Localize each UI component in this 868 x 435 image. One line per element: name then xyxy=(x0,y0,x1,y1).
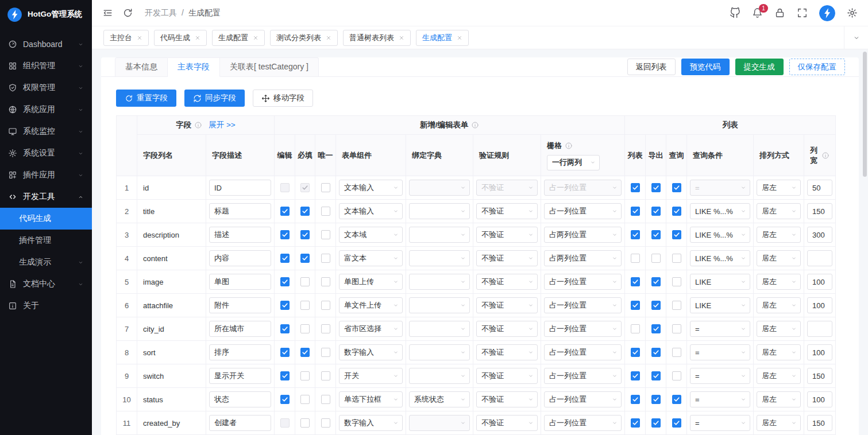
edit-checkbox[interactable] xyxy=(280,301,290,310)
list-checkbox[interactable] xyxy=(631,418,640,428)
component-select[interactable]: 单选下拉框 xyxy=(339,391,403,407)
rule-select[interactable]: 不验证 xyxy=(476,180,538,196)
action-button[interactable]: 预览代码 xyxy=(681,59,730,75)
align-select[interactable]: 居左 xyxy=(757,203,801,219)
toolbar-button[interactable]: 重置字段 xyxy=(116,90,176,107)
sidebar-item[interactable]: 关于 xyxy=(0,295,92,317)
grid-select[interactable]: 占一列位置 xyxy=(544,321,622,337)
dict-select[interactable] xyxy=(409,344,470,360)
list-checkbox[interactable] xyxy=(631,230,640,239)
toolbar-button[interactable]: 移动字段 xyxy=(253,90,313,107)
col-width-input[interactable] xyxy=(807,368,832,384)
edit-checkbox[interactable] xyxy=(280,324,290,333)
list-checkbox[interactable] xyxy=(631,301,640,310)
align-select[interactable]: 居左 xyxy=(757,250,801,266)
rule-select[interactable]: 不验证 xyxy=(476,321,538,337)
component-select[interactable]: 文本输入 xyxy=(339,203,403,219)
dict-select[interactable] xyxy=(409,227,470,243)
avatar[interactable] xyxy=(819,5,835,21)
field-desc-input[interactable] xyxy=(209,321,271,337)
dict-select[interactable] xyxy=(409,297,470,313)
config-tab[interactable]: 主表字段 xyxy=(168,57,220,77)
query-checkbox[interactable] xyxy=(672,301,681,310)
export-checkbox[interactable] xyxy=(651,254,661,263)
export-checkbox[interactable] xyxy=(651,183,661,192)
app-logo[interactable]: HotGo管理系统 xyxy=(0,0,92,29)
col-width-input[interactable] xyxy=(807,415,832,431)
edit-checkbox[interactable] xyxy=(280,371,290,380)
edit-checkbox[interactable] xyxy=(280,254,290,263)
field-desc-input[interactable] xyxy=(209,203,271,219)
grid-select[interactable]: 占两列位置 xyxy=(544,227,622,243)
dict-select[interactable]: 系统状态 xyxy=(409,391,470,407)
query-checkbox[interactable] xyxy=(672,207,681,216)
grid-layout-select[interactable]: 一行两列 xyxy=(547,155,600,170)
field-desc-input[interactable] xyxy=(209,227,271,243)
rule-select[interactable]: 不验证 xyxy=(476,203,538,219)
query-cond-select[interactable]: LIKE %...% xyxy=(690,250,750,266)
opened-page-tab[interactable]: 主控台 xyxy=(103,30,149,46)
edit-checkbox[interactable] xyxy=(280,418,290,428)
export-checkbox[interactable] xyxy=(651,348,661,357)
col-width-input[interactable] xyxy=(807,297,832,313)
config-tab[interactable]: 关联表[ testCategory ] xyxy=(220,57,319,77)
list-checkbox[interactable] xyxy=(631,348,640,357)
list-checkbox[interactable] xyxy=(631,183,640,192)
query-cond-select[interactable]: LIKE xyxy=(690,297,750,313)
unique-checkbox[interactable] xyxy=(321,254,330,263)
component-select[interactable]: 富文本 xyxy=(339,250,403,266)
edit-checkbox[interactable] xyxy=(280,207,290,216)
dict-select[interactable] xyxy=(409,415,470,431)
query-cond-select[interactable]: = xyxy=(690,415,750,431)
rule-select[interactable]: 不验证 xyxy=(476,227,538,243)
sidebar-item[interactable]: 权限管理 xyxy=(0,77,92,99)
dict-select[interactable] xyxy=(409,274,470,290)
export-checkbox[interactable] xyxy=(651,418,661,428)
expand-link[interactable]: 展开 >> xyxy=(209,120,236,130)
rule-select[interactable]: 不验证 xyxy=(476,415,538,431)
col-width-input[interactable] xyxy=(807,391,832,407)
sidebar-item[interactable]: 系统设置 xyxy=(0,142,92,164)
align-select[interactable]: 居左 xyxy=(757,297,801,313)
required-checkbox[interactable] xyxy=(300,418,310,428)
export-checkbox[interactable] xyxy=(651,324,661,333)
opened-page-tab[interactable]: 生成配置 xyxy=(212,30,265,46)
query-checkbox[interactable] xyxy=(672,348,681,357)
sidebar-item[interactable]: Dashboard xyxy=(0,33,92,55)
edit-checkbox[interactable] xyxy=(280,183,290,192)
query-checkbox[interactable] xyxy=(672,418,681,428)
unique-checkbox[interactable] xyxy=(321,418,330,428)
grid-select[interactable]: 占一列位置 xyxy=(544,344,622,360)
query-cond-select[interactable]: = xyxy=(690,344,750,360)
required-checkbox[interactable] xyxy=(300,207,310,216)
align-select[interactable]: 居左 xyxy=(757,415,801,431)
col-width-input[interactable] xyxy=(807,274,832,290)
grid-select[interactable]: 占一列位置 xyxy=(544,203,622,219)
sidebar-item[interactable]: 生成演示 xyxy=(0,251,92,273)
action-button[interactable]: 返回列表 xyxy=(627,59,676,75)
breadcrumb-parent[interactable]: 开发工具 xyxy=(145,8,177,18)
dict-select[interactable] xyxy=(409,368,470,384)
close-icon[interactable] xyxy=(399,35,404,41)
align-select[interactable]: 居左 xyxy=(757,368,801,384)
close-icon[interactable] xyxy=(137,35,142,41)
query-checkbox[interactable] xyxy=(672,183,681,192)
component-select[interactable]: 数字输入 xyxy=(339,344,403,360)
list-checkbox[interactable] xyxy=(631,207,640,216)
col-width-input[interactable] xyxy=(807,250,832,266)
dict-select[interactable] xyxy=(409,321,470,337)
field-desc-input[interactable] xyxy=(209,391,271,407)
query-checkbox[interactable] xyxy=(672,324,681,333)
field-desc-input[interactable] xyxy=(209,180,271,196)
rule-select[interactable]: 不验证 xyxy=(476,391,538,407)
required-checkbox[interactable] xyxy=(300,277,310,286)
align-select[interactable]: 居左 xyxy=(757,344,801,360)
export-checkbox[interactable] xyxy=(651,301,661,310)
query-checkbox[interactable] xyxy=(672,230,681,239)
sidebar-item[interactable]: 代码生成 xyxy=(0,208,92,230)
close-icon[interactable] xyxy=(253,35,259,41)
rule-select[interactable]: 不验证 xyxy=(476,250,538,266)
col-width-input[interactable] xyxy=(807,180,832,196)
component-select[interactable]: 单图上传 xyxy=(339,274,403,290)
list-checkbox[interactable] xyxy=(631,277,640,286)
